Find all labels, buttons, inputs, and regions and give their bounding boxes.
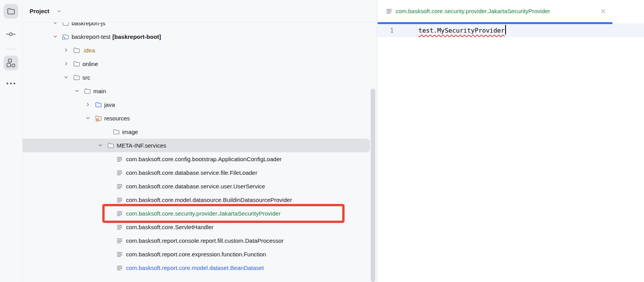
tree-row-src[interactable]: src (23, 71, 376, 84)
file-text-icon (117, 183, 122, 189)
tree-item-label: baskreport-js (72, 23, 105, 26)
folder-icon (7, 8, 15, 15)
tree-row-meta-inf-services[interactable]: META-INF.services (23, 139, 376, 152)
chevron-right-icon[interactable] (63, 61, 69, 67)
file-text-icon (117, 238, 122, 244)
more-dots-icon (6, 82, 16, 85)
tree-row-resources[interactable]: resources (23, 111, 376, 125)
tree-item-label: com.basksoft.core.config.bootstrap.Appli… (126, 156, 282, 162)
tree-row-com-basksoft-core-database-service-user-userservice[interactable]: com.basksoft.core.database.service.user.… (23, 179, 376, 193)
module-folder-icon (62, 34, 69, 40)
tree-row-com-basksoft-core-database-service-file-fileloader[interactable]: com.basksoft.core.database.service.file.… (23, 166, 376, 179)
file-text-icon (117, 156, 122, 162)
line-number[interactable]: 1 (378, 24, 394, 37)
chevron-down-icon[interactable] (85, 115, 91, 121)
tree-scrollbar-thumb[interactable] (371, 89, 375, 282)
folder-icon (73, 47, 80, 53)
tree-item-label: online (82, 61, 98, 67)
gutter-separator (416, 24, 417, 37)
commit-tool-button[interactable] (4, 27, 18, 42)
chevron-down-icon (56, 8, 62, 14)
tree-row-com-basksoft-core-security-provider-jakartasecurityprovider[interactable]: com.basksoft.core.security.provider.Jaka… (23, 207, 376, 220)
tree-row-com-basksoft-report-core-expression-function-function[interactable]: com.basksoft.report.core.expression.func… (23, 247, 376, 261)
tree-row-idea[interactable]: .idea (23, 44, 376, 57)
chevron-right-icon[interactable] (85, 101, 91, 108)
tree-row-image[interactable]: image (23, 125, 376, 139)
tree-item-label: com.basksoft.core.database.service.user.… (126, 183, 265, 190)
text-caret (505, 25, 506, 35)
tree-item-label: java (104, 101, 115, 108)
project-panel: Project baskreport-jsbaskreport-test[bas… (23, 0, 377, 282)
tree-item-label: image (122, 129, 138, 135)
tree-row-com-basksoft-report-console-report-fill-custom-dataprocessor[interactable]: com.basksoft.report.console.report.fill.… (23, 234, 376, 247)
folder-icon (62, 23, 69, 26)
folder-icon (73, 61, 80, 67)
tree-item-label: com.basksoft.core.database.service.file.… (126, 169, 257, 176)
project-tool-button[interactable] (4, 4, 18, 19)
tree-row-online[interactable]: online (23, 57, 376, 71)
file-text-icon (386, 8, 392, 14)
tree-item-label: com.basksoft.report.console.report.fill.… (126, 237, 284, 244)
tree-item-label: com.basksoft.core.security.provider.Jaka… (126, 210, 280, 217)
folder-icon (107, 143, 114, 148)
structure-tool-button[interactable] (4, 56, 18, 70)
project-tree-list: baskreport-jsbaskreport-test[baskreport-… (23, 23, 376, 275)
chevron-right-icon[interactable] (63, 47, 69, 53)
chevron-down-icon[interactable] (63, 74, 69, 80)
file-text-icon (117, 211, 122, 216)
tree-item-label: resources (104, 115, 130, 122)
editor-tab-jakartasecurityprovider[interactable]: com.basksoft.core.security.provider.Jaka… (378, 0, 612, 22)
file-text-icon (117, 265, 122, 271)
chevron-down-icon[interactable] (97, 142, 103, 148)
tree-item-label: com.basksoft.core.ServletHandler (126, 224, 214, 230)
chevron-down-icon[interactable] (52, 33, 58, 40)
project-panel-header[interactable]: Project (23, 0, 377, 22)
folder-icon (84, 88, 91, 94)
folder-resources-icon (95, 115, 102, 122)
structure-icon (6, 58, 16, 68)
folder-icon (113, 129, 120, 135)
selected-row-highlight (23, 139, 370, 152)
code-editor-line[interactable]: test.MySecurityProvider (418, 24, 506, 37)
file-text-icon (117, 170, 122, 176)
tree-item-label: main (93, 88, 106, 94)
file-text-icon (117, 197, 122, 203)
folder-java-icon (95, 102, 102, 108)
folder-icon (73, 75, 80, 80)
file-text-icon (117, 224, 122, 230)
current-line-highlight (378, 24, 644, 37)
more-tools-button[interactable] (4, 76, 18, 91)
tree-row-com-basksoft-core-servlethandler[interactable]: com.basksoft.core.ServletHandler (23, 220, 376, 234)
tree-item-label: META-INF.services (117, 142, 166, 149)
tree-row-main[interactable]: main (23, 84, 376, 98)
tree-item-module-suffix: [baskreport-boot] (112, 33, 161, 40)
chevron-down-icon[interactable] (52, 23, 58, 26)
editor-tab-title: com.basksoft.core.security.provider.Jaka… (396, 8, 550, 14)
tree-item-label: src (82, 74, 90, 81)
tree-item-label: baskreport-test (72, 33, 110, 40)
editor-tab-bar: com.basksoft.core.security.provider.Jaka… (378, 0, 644, 24)
project-panel-title: Project (30, 0, 49, 22)
close-icon (600, 9, 606, 14)
tree-row-com-basksoft-core-config-bootstrap-applicationconfigloader[interactable]: com.basksoft.core.config.bootstrap.Appli… (23, 152, 376, 166)
tree-row-baskreport-js[interactable]: baskreport-js (23, 23, 376, 30)
editor-pane: com.basksoft.core.security.provider.Jaka… (378, 0, 644, 282)
activity-bar (0, 0, 23, 282)
tree-item-label: com.basksoft.report.core.model.dataset.B… (126, 265, 264, 271)
commit-icon (6, 29, 16, 39)
tree-row-com-basksoft-report-core-model-dataset-beandataset[interactable]: com.basksoft.report.core.model.dataset.B… (23, 261, 376, 275)
chevron-down-icon[interactable] (74, 88, 80, 94)
code-text: test.MySecurityProvider (418, 27, 505, 34)
tree-item-label: .idea (82, 47, 95, 54)
tree-row-com-basksoft-core-model-datasource-buildindatasourceprovider[interactable]: com.basksoft.core.model.datasource.Build… (23, 193, 376, 207)
tree-item-label: com.basksoft.core.model.datasource.Build… (126, 197, 292, 203)
tab-close-button[interactable] (600, 8, 606, 14)
tree-row-java[interactable]: java (23, 98, 376, 111)
file-text-icon (117, 251, 122, 257)
ide-window: Project baskreport-jsbaskreport-test[bas… (0, 0, 644, 282)
project-tree: baskreport-jsbaskreport-test[baskreport-… (23, 23, 376, 282)
tree-item-label: com.basksoft.report.core.expression.func… (126, 251, 266, 258)
tree-row-baskreport-test[interactable]: baskreport-test[baskreport-boot] (23, 30, 376, 44)
stripe-divider (6, 49, 16, 49)
